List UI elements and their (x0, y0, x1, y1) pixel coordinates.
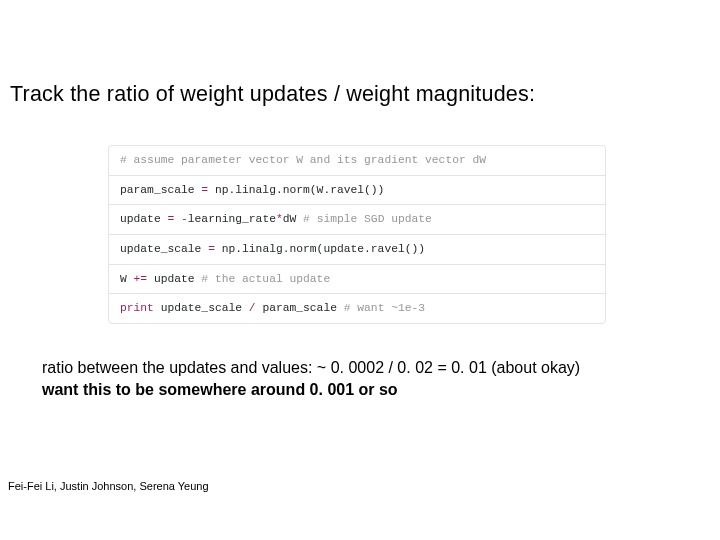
note-line-2: want this to be somewhere around 0. 001 … (42, 379, 580, 401)
slide-title: Track the ratio of weight updates / weig… (10, 82, 535, 107)
code-comment: # want ~1e-3 (344, 302, 425, 314)
slide-note: ratio between the updates and values: ~ … (42, 357, 580, 402)
code-text: np.linalg.norm(W.ravel()) (208, 184, 384, 196)
code-op: = (208, 243, 215, 255)
code-text: np.linalg.norm(update.ravel()) (215, 243, 425, 255)
code-op: * (276, 213, 283, 225)
code-text: param_scale (120, 184, 201, 196)
code-text: learning_rate (188, 213, 276, 225)
code-text: update_scale (154, 302, 249, 314)
code-block: # assume parameter vector W and its grad… (108, 145, 606, 324)
code-keyword: print (120, 302, 154, 314)
note-line-1: ratio between the updates and values: ~ … (42, 357, 580, 379)
code-line-0: # assume parameter vector W and its grad… (109, 146, 605, 176)
code-comment: # assume parameter vector W and its grad… (120, 154, 486, 166)
code-text: param_scale (256, 302, 344, 314)
code-text: update (147, 273, 201, 285)
code-comment: # simple SGD update (303, 213, 432, 225)
code-comment: # the actual update (201, 273, 330, 285)
code-text: update (120, 213, 167, 225)
code-text: update_scale (120, 243, 208, 255)
code-op: / (249, 302, 256, 314)
code-text: dW (283, 213, 303, 225)
code-line-5: print update_scale / param_scale # want … (109, 294, 605, 323)
code-line-3: update_scale = np.linalg.norm(update.rav… (109, 235, 605, 265)
code-op: = - (167, 213, 187, 225)
code-line-1: param_scale = np.linalg.norm(W.ravel()) (109, 176, 605, 206)
code-op: += (134, 273, 148, 285)
slide-footer: Fei-Fei Li, Justin Johnson, Serena Yeung (8, 480, 209, 492)
code-line-2: update = -learning_rate*dW # simple SGD … (109, 205, 605, 235)
code-text: W (120, 273, 134, 285)
code-line-4: W += update # the actual update (109, 265, 605, 295)
